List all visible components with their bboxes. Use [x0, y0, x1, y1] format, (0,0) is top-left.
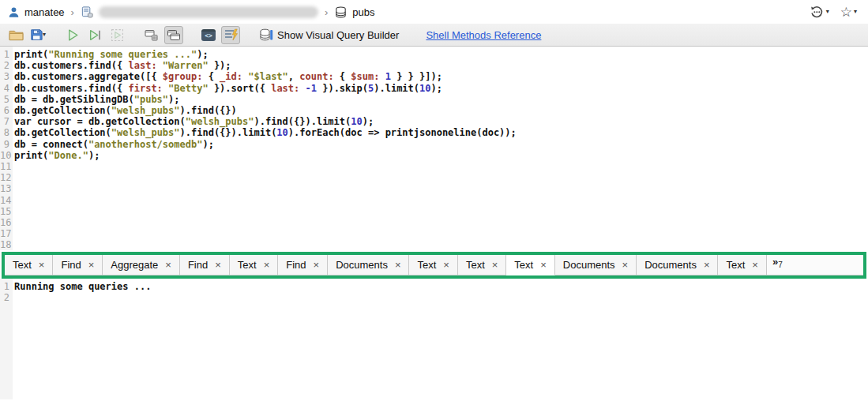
code-token: ); — [168, 94, 179, 105]
server-icon — [81, 6, 94, 19]
code-token: , — [288, 71, 299, 82]
code-line: 13 — [0, 183, 868, 194]
code-token: $group: — [163, 71, 203, 82]
tab-label: Documents — [563, 259, 615, 271]
code-line: 9db = connect("anotherhost/somedb"); — [0, 139, 868, 150]
close-icon[interactable]: × — [314, 260, 320, 270]
line-number: 2 — [0, 60, 11, 71]
result-tab[interactable]: Find× — [180, 255, 230, 275]
close-icon[interactable]: × — [165, 260, 171, 270]
remove-result-tab-button[interactable] — [142, 26, 161, 44]
result-tab[interactable]: Text× — [718, 255, 766, 275]
cascade-results-button[interactable] — [164, 26, 183, 44]
code-token: count: — [299, 71, 333, 82]
code-token: db.customers.find({ — [14, 83, 129, 94]
code-token — [379, 71, 385, 82]
code-token: db.customers.find({ — [14, 60, 129, 71]
toggle-output-button[interactable] — [221, 26, 240, 44]
close-icon[interactable]: × — [492, 260, 498, 270]
result-tab[interactable]: Documents× — [555, 255, 637, 275]
result-tab[interactable]: Aggregate× — [103, 255, 180, 275]
code-line: 1print("Running some queries ..."); — [0, 49, 868, 60]
run-selection-button[interactable] — [107, 26, 126, 44]
code-text: db.customers.find({ first: "Betty" }).so… — [11, 83, 442, 94]
run-to-cursor-button[interactable] — [85, 26, 104, 44]
code-token: -1 — [306, 83, 317, 94]
code-token: last: — [271, 83, 299, 94]
code-text — [11, 217, 14, 228]
breadcrumb-user-label: manatee — [24, 6, 65, 18]
code-token: { — [334, 71, 351, 82]
code-token: db.getCollection( — [14, 105, 111, 116]
run-script-button[interactable] — [63, 26, 82, 44]
line-number: 11 — [0, 161, 11, 172]
code-token: db.getCollection( — [14, 127, 111, 138]
close-icon[interactable]: × — [39, 260, 45, 270]
result-tab[interactable]: Text× — [5, 255, 53, 275]
code-text: var cursor = db.getCollection("welsh_pub… — [11, 116, 374, 127]
result-tab-bar: Text×Find×Aggregate×Find×Text×Find×Docum… — [5, 255, 863, 275]
close-icon[interactable]: × — [752, 260, 758, 270]
code-editor-icon: <> — [201, 29, 216, 41]
code-token: "Running some queries ..." — [48, 49, 197, 60]
close-icon[interactable]: × — [395, 260, 401, 270]
result-text-view[interactable]: 1Running some queries ...2 — [0, 279, 868, 399]
code-line: 18 — [0, 239, 868, 250]
breadcrumb-connection[interactable] — [81, 6, 318, 19]
tab-label: Text — [13, 259, 32, 271]
result-tab[interactable]: Find× — [278, 255, 328, 275]
cascade-windows-icon — [166, 28, 182, 42]
result-tab[interactable]: Text× — [506, 255, 554, 275]
history-button[interactable]: ▾ — [809, 4, 829, 20]
line-number: 4 — [0, 83, 11, 94]
result-lines: 1Running some queries ...2 — [0, 281, 868, 303]
shell-methods-reference-link[interactable]: Shell Methods Reference — [426, 29, 541, 41]
code-token: 10 — [351, 116, 362, 127]
result-tab[interactable]: Documents× — [328, 255, 409, 275]
tab-overflow-indicator[interactable]: »7 — [767, 255, 863, 275]
code-line: 4db.customers.find({ first: "Betty" }).s… — [0, 83, 868, 94]
code-text: db.customers.aggregate([{ $group: { _id:… — [11, 71, 442, 82]
code-token: 10 — [276, 127, 287, 138]
open-script-button[interactable] — [6, 26, 25, 44]
close-icon[interactable]: × — [88, 260, 95, 270]
code-token: print( — [14, 150, 48, 161]
line-number: 15 — [0, 206, 11, 217]
code-line: 11 — [0, 161, 868, 172]
favorites-button[interactable]: ☆ ▾ — [840, 6, 857, 19]
editor-lines: 1print("Running some queries ...");2db.c… — [0, 49, 868, 251]
output-lightning-icon — [224, 28, 239, 41]
close-icon[interactable]: × — [622, 260, 629, 270]
result-tab[interactable]: Text× — [409, 255, 457, 275]
overflow-count: 7 — [778, 260, 783, 269]
code-line: 15 — [0, 206, 868, 217]
breadcrumb-path: manatee › › pubs — [8, 6, 809, 19]
close-icon[interactable]: × — [264, 260, 270, 270]
tab-label: Text — [514, 259, 533, 271]
close-icon[interactable]: × — [443, 260, 449, 270]
show-visual-query-builder-button[interactable]: Show Visual Query Builder — [256, 28, 402, 42]
redacted-connection-name[interactable] — [99, 6, 318, 18]
save-script-button[interactable]: ▾ — [28, 26, 47, 44]
window-trash-icon — [144, 28, 160, 42]
close-icon[interactable]: × — [540, 260, 547, 270]
close-icon[interactable]: × — [704, 260, 710, 270]
breadcrumb-database[interactable]: pubs — [334, 6, 374, 19]
result-tab[interactable]: Find× — [53, 255, 103, 275]
breadcrumb-database-label: pubs — [352, 6, 374, 18]
code-token: ); — [363, 116, 374, 127]
script-editor[interactable]: 1print("Running some queries ...");2db.c… — [0, 47, 868, 250]
code-token: ).limit( — [374, 83, 419, 94]
toggle-editor-button[interactable]: <> — [199, 26, 218, 44]
result-tab[interactable]: Documents× — [637, 255, 718, 275]
code-token — [163, 83, 168, 94]
result-tab[interactable]: Text× — [458, 255, 506, 275]
close-icon[interactable]: × — [215, 260, 221, 270]
result-text — [11, 292, 14, 303]
result-tab[interactable]: Text× — [230, 255, 278, 275]
breadcrumb-user[interactable]: manatee — [8, 6, 65, 18]
code-line: 8db.getCollection("welsh_pubs").find({})… — [0, 127, 868, 138]
result-text: Running some queries ... — [11, 281, 151, 292]
code-line: 6db.getCollection("welsh_pubs").find({}) — [0, 105, 868, 116]
line-number: 12 — [0, 172, 11, 183]
